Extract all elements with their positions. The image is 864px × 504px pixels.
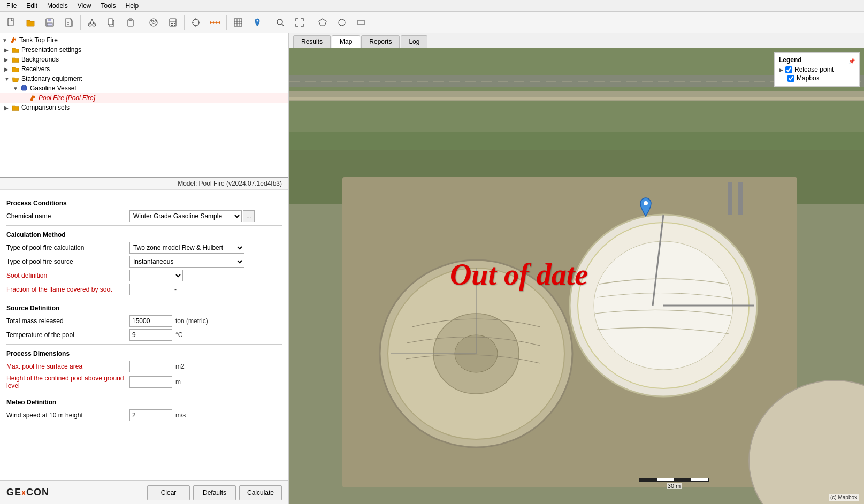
pool-fire-calc-label: Type of pool fire calculation: [6, 244, 129, 251]
run-button[interactable]: [144, 14, 163, 31]
menu-view[interactable]: View: [73, 1, 96, 11]
sep-calc-source: [6, 299, 282, 299]
tree-item-stationary[interactable]: ▼ Stationary equipment: [0, 74, 288, 83]
tree-item-pres-label: Presentation settings: [21, 46, 81, 54]
source-def-title: Source Definition: [6, 304, 282, 312]
legend-title: Legend: [779, 56, 802, 64]
svg-rect-48: [22, 85, 26, 87]
legend-item-mapbox: Mapbox: [779, 74, 855, 82]
chemical-name-dots-button[interactable]: ...: [243, 210, 255, 222]
svg-rect-25: [174, 25, 175, 26]
svg-point-75: [644, 201, 648, 205]
search-button[interactable]: [271, 14, 289, 31]
pool-temp-label: Temperature of the pool: [6, 331, 129, 339]
rectangle-button[interactable]: [352, 14, 370, 31]
cut-button[interactable]: [83, 14, 101, 31]
tab-reports[interactable]: Reports: [361, 35, 400, 48]
wind-speed-row: Wind speed at 10 m height m/s: [6, 409, 282, 421]
pool-fire-source-select[interactable]: Instantaneous Continuous: [129, 256, 244, 268]
tree-item-vessel[interactable]: ▼ Gasoline Vessel: [0, 83, 288, 93]
tree-item-pf-label: Pool Fire [Pool Fire]: [39, 94, 95, 102]
max-pool-area-input[interactable]: [129, 361, 172, 372]
crosshair-button[interactable]: [187, 14, 205, 31]
svg-point-16: [151, 20, 154, 22]
svg-rect-3: [47, 23, 52, 26]
model-label: Model: Pool Fire (v2024.07.1ed4fb3): [0, 178, 288, 190]
confined-pool-row: Height of the confined pool above ground…: [6, 375, 282, 390]
tree-item-comp-label: Comparison sets: [21, 104, 70, 111]
legend-label-release: Release point: [794, 66, 834, 73]
action-buttons: Clear Defaults Calculate: [147, 485, 282, 500]
confined-pool-input[interactable]: [129, 376, 172, 388]
total-mass-row: Total mass released ton (metric): [6, 315, 282, 327]
sep-process-calc: [6, 225, 282, 226]
menu-tools[interactable]: Tools: [97, 1, 120, 11]
fire-icon: [9, 36, 18, 44]
menu-edit[interactable]: Edit: [22, 1, 42, 11]
tree-item-bg-label: Backgrounds: [21, 56, 59, 63]
legend-item-release: ▶ Release point: [779, 66, 855, 73]
legend-check-mapbox[interactable]: [787, 75, 794, 82]
legend-panel: Legend 📌 ▶ Release point Mapbox: [774, 52, 860, 87]
open-button[interactable]: [21, 14, 40, 31]
tree-item-poolfire[interactable]: ▶ Pool Fire [Pool Fire]: [0, 93, 288, 103]
expand-root-arrow: ▼: [2, 37, 9, 43]
expand-stat-arrow: ▼: [4, 76, 11, 82]
new-button[interactable]: [2, 14, 20, 31]
pin-button[interactable]: [248, 14, 266, 31]
map-area[interactable]: Out of date N: [289, 48, 864, 504]
measure-button[interactable]: [206, 14, 224, 31]
pool-fire-source-row: Type of pool fire source Instantaneous C…: [6, 256, 282, 268]
legend-check-release[interactable]: [785, 66, 792, 73]
sep2: [142, 15, 142, 30]
tree-root[interactable]: ▼ Tank Top Fire: [0, 35, 288, 45]
toolbar: [0, 12, 864, 33]
folder-icon-bg: [11, 55, 20, 64]
defaults-button[interactable]: Defaults: [193, 485, 236, 500]
legend-expand-release[interactable]: ▶: [779, 67, 783, 73]
scale-label: 30 m: [667, 483, 682, 489]
soot-def-select[interactable]: [129, 270, 183, 281]
save-button[interactable]: [41, 14, 59, 31]
tree-item-backgrounds[interactable]: ▶ Backgrounds: [0, 55, 288, 64]
sep6: [311, 15, 311, 30]
circle-tool-button[interactable]: [333, 14, 351, 31]
menu-models[interactable]: Models: [43, 1, 72, 11]
copy-button[interactable]: [102, 14, 120, 31]
legend-label-mapbox: Mapbox: [797, 74, 820, 82]
tab-results[interactable]: Results: [293, 35, 331, 48]
tab-log[interactable]: Log: [401, 35, 427, 48]
calc-button[interactable]: [164, 14, 182, 31]
soot-def-row: Soot definition: [6, 270, 282, 281]
grid-button[interactable]: [229, 14, 247, 31]
pool-fire-calc-row: Type of pool fire calculation Two zone m…: [6, 242, 282, 254]
total-mass-input[interactable]: [129, 315, 172, 327]
tree-item-receivers[interactable]: ▶ Receivers: [0, 64, 288, 74]
calculate-button[interactable]: Calculate: [239, 485, 282, 500]
pool-fire-calc-select[interactable]: Two zone model Rew & Hulbert Simple mode…: [129, 242, 244, 254]
map-copyright: (c) Mapbox: [829, 494, 859, 501]
chemical-name-select[interactable]: Winter Grade Gasoline Sample Gasoline Et…: [129, 210, 242, 222]
saveas-button[interactable]: [60, 14, 78, 31]
tree-root-label: Tank Top Fire: [19, 36, 58, 44]
total-mass-label: Total mass released: [6, 317, 129, 325]
tree-item-presentation[interactable]: ▶ Presentation settings: [0, 45, 288, 55]
flame-fraction-dash: -: [174, 286, 177, 293]
zoom-extent-button[interactable]: [290, 14, 309, 31]
svg-point-17: [155, 20, 157, 22]
polygon-button[interactable]: [314, 14, 332, 31]
flame-fraction-input[interactable]: [129, 284, 172, 295]
vessel-icon: [20, 84, 28, 93]
tree-item-comparison[interactable]: ▶ Comparison sets: [0, 103, 288, 112]
pool-temp-input[interactable]: [129, 329, 172, 341]
tab-map[interactable]: Map: [332, 35, 360, 48]
right-panel: Results Map Reports Log: [289, 33, 864, 504]
paste-button[interactable]: [121, 14, 140, 31]
wind-speed-input[interactable]: [129, 409, 172, 421]
svg-marker-44: [319, 19, 326, 26]
folder-icon-pres: [11, 45, 20, 54]
menu-file[interactable]: File: [2, 1, 21, 11]
expand-bg-arrow: ▶: [4, 57, 11, 63]
clear-button[interactable]: Clear: [147, 485, 190, 500]
menu-help[interactable]: Help: [121, 1, 143, 11]
